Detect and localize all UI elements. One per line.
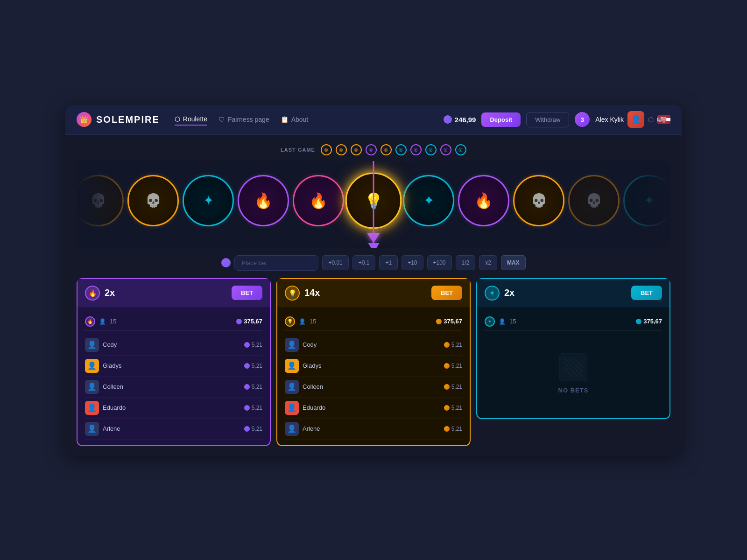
amount-icon: [436, 319, 442, 324]
panel-purple-body: 🔥 👤 15 375,67 👤Cody 5,21: [77, 307, 271, 446]
player-avatar: 👤: [85, 401, 99, 415]
player-row: 👤Colleen 5,21: [85, 377, 262, 398]
panel-teal-header-left: ✦ 2x: [485, 286, 514, 301]
player-avatar: 👤: [85, 422, 99, 436]
balance-coin-icon: [444, 115, 452, 124]
bet-add-1[interactable]: +1: [379, 255, 398, 270]
wheel-item: 💀: [77, 175, 124, 226]
panel-teal-total: 375,67: [636, 318, 662, 325]
bet-input[interactable]: Place bet: [234, 255, 318, 271]
no-bets-icon: [559, 353, 587, 381]
panel-stats-left: ✦ 👤 15: [485, 316, 516, 327]
panel-stats-left: 🔥 👤 15: [85, 316, 116, 327]
player-row: 👤Colleen 5,21: [285, 377, 462, 398]
player-amount: 5,21: [244, 342, 262, 348]
no-bets-area: NO BETS: [485, 335, 662, 413]
mini-coin: ◎: [425, 144, 437, 155]
mini-coin: ◎: [381, 144, 392, 155]
player-avatar: 👤: [285, 338, 299, 352]
player-amount: 5,21: [244, 405, 262, 411]
wheel-item: ✦: [403, 175, 454, 226]
bet-add-10[interactable]: +10: [402, 255, 423, 270]
roulette-icon: ⬡: [175, 115, 180, 123]
player-amount: 5,21: [244, 384, 262, 390]
logout-icon[interactable]: ⬡: [648, 116, 654, 123]
nav-fairness[interactable]: 🛡 Fairness page: [218, 113, 269, 126]
roulette-area: 💀 💀 ✦ 🔥 🔥 💡 ✦: [77, 161, 670, 248]
about-icon: 📋: [281, 116, 289, 123]
player-row: 👤Eduardo 5,21: [285, 398, 462, 419]
bet-half[interactable]: 1/2: [456, 255, 476, 270]
nav-right: 246,99 Deposit Withdraw 3 Alex Kylik 👤 ⬡…: [444, 111, 670, 128]
bet-input-row: Place bet +0.01 +0.1 +1 +10 +100 1/2 x2 …: [77, 255, 670, 271]
player-row: 👤Gladys 5,21: [85, 356, 262, 377]
bet-add-100[interactable]: +100: [427, 255, 452, 270]
flag-icon: 🇺🇸: [657, 115, 670, 124]
panel-gold: 💡 14x BET 💡 👤 15 375,67: [276, 278, 471, 446]
panel-gold-header: 💡 14x BET: [276, 278, 471, 307]
panel-purple-icon: 🔥: [85, 286, 100, 301]
nav-about[interactable]: 📋 About: [281, 113, 309, 126]
user-avatar: 👤: [627, 111, 644, 128]
panel-gold-icon: 💡: [285, 286, 300, 301]
panel-stats-icon: 💡: [285, 316, 295, 327]
no-bets-text: NO BETS: [558, 387, 589, 394]
wheel-item: 💀: [513, 175, 564, 226]
panel-teal-body: ✦ 👤 15 375,67: [476, 307, 670, 419]
player-row: 👤Arlene 5,21: [85, 419, 262, 440]
mini-coin: ◎: [321, 144, 332, 155]
player-amount: 5,21: [444, 426, 462, 432]
player-row: 👤Cody 5,21: [85, 335, 262, 356]
panel-purple: 🔥 2x BET 🔥 👤 15 375,67: [77, 278, 271, 446]
withdraw-button[interactable]: Withdraw: [526, 112, 569, 127]
player-amount: 5,21: [444, 342, 462, 348]
bet-max[interactable]: MAX: [501, 255, 526, 270]
bet-gold-button[interactable]: BET: [431, 286, 462, 300]
last-game-bar: LAST GAME ◎ ◎ ◎ ◎ ◎ ◎ ◎ ◎ ◎ ◎: [77, 144, 670, 155]
player-row: 👤Gladys 5,21: [285, 356, 462, 377]
player-amount: 5,21: [444, 384, 462, 390]
wheel-item: ✦: [623, 175, 670, 226]
mini-coin: ◎: [440, 144, 451, 155]
notification-badge[interactable]: 3: [575, 112, 590, 127]
player-avatar: 👤: [285, 380, 299, 394]
logo-icon: 👑: [77, 112, 92, 127]
nav-roulette[interactable]: ⬡ Roulette: [175, 113, 207, 126]
bet-add-001[interactable]: +0.01: [322, 255, 348, 270]
panel-purple-stats: 🔥 👤 15 375,67: [85, 313, 262, 331]
player-amount: 5,21: [244, 426, 262, 432]
bet-coin-icon: [221, 258, 231, 267]
player-row: 👤Cody 5,21: [285, 335, 462, 356]
bet-purple-button[interactable]: BET: [232, 286, 262, 300]
user-info: Alex Kylik 👤 ⬡ 🇺🇸: [595, 111, 670, 128]
player-avatar: 👤: [85, 338, 99, 352]
panel-gold-header-left: 💡 14x: [285, 286, 320, 301]
mini-coin: ◎: [366, 144, 377, 155]
balance-display: 246,99: [444, 115, 476, 124]
bet-add-01[interactable]: +0.1: [352, 255, 376, 270]
wheel-item: 💀: [127, 175, 179, 226]
panel-teal-header: ✦ 2x BET: [476, 278, 670, 307]
player-avatar: 👤: [85, 359, 99, 373]
mini-coin: ◎: [410, 144, 422, 155]
bet-double[interactable]: x2: [479, 255, 497, 270]
player-avatar: 👤: [285, 359, 299, 373]
mini-coin: ◎: [336, 144, 347, 155]
player-avatar: 👤: [285, 422, 299, 436]
panel-gold-body: 💡 👤 15 375,67 👤Cody 5,21: [276, 307, 471, 446]
deposit-button[interactable]: Deposit: [481, 112, 521, 127]
panel-purple-header: 🔥 2x BET: [77, 278, 271, 307]
mini-coin: ◎: [351, 144, 362, 155]
panel-purple-total: 375,67: [236, 318, 262, 325]
player-amount: 5,21: [444, 405, 462, 411]
bet-teal-button[interactable]: BET: [631, 286, 662, 300]
app-container: 👑 SOLEMPIRE ⬡ Roulette 🛡 Fairness page 📋…: [65, 105, 682, 455]
player-row: 👤Eduardo 5,21: [85, 398, 262, 419]
player-amount: 5,21: [244, 363, 262, 369]
panel-gold-stats: 💡 👤 15 375,67: [285, 313, 462, 331]
player-avatar: 👤: [285, 401, 299, 415]
player-avatar: 👤: [85, 380, 99, 394]
wheel-item: 🔥: [458, 175, 509, 226]
wheel-item: ✦: [183, 175, 234, 226]
panel-gold-total: 375,67: [436, 318, 462, 325]
